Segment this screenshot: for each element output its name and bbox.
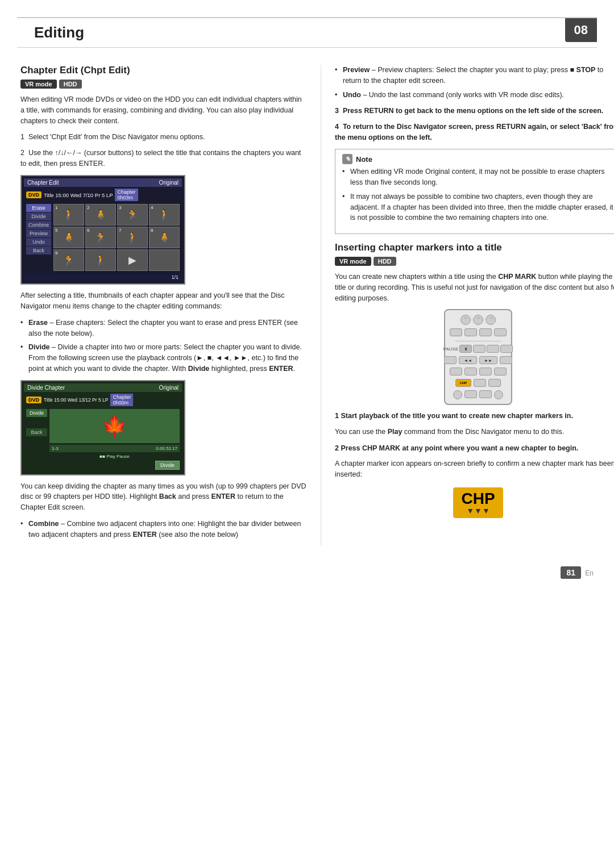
- sm-subtitle1: Original: [159, 180, 179, 186]
- sm-divide-main-area: 🍁 1-3 0.00.52.17 ■■ Play Pause Divide: [49, 409, 180, 470]
- remote-btn-curve1: ⌒: [460, 315, 471, 325]
- note-title: ✎ Note: [342, 154, 614, 164]
- sm-thumb-area: 1 🚶 2 🧍 3 🏃: [53, 204, 180, 271]
- remote-btn-s1: [444, 356, 457, 364]
- page-header: Editing 08: [17, 17, 597, 48]
- remote-btn-t4: [494, 368, 507, 375]
- menu-divide: Divide: [26, 212, 51, 220]
- bullet-undo: Undo – Undo the last command (only works…: [335, 90, 614, 101]
- section2-intro: You can create new chapters within a tit…: [335, 272, 614, 303]
- sm-thumb-row3: 9 🏃 🚶 ▶: [53, 249, 180, 271]
- section1-intro: When editing VR mode DVDs or video on th…: [20, 94, 307, 126]
- step2: 2 Use the ↑/↓/←/→ (cursor buttons) to se…: [20, 148, 307, 170]
- left-column: Chapter Edit (Chpt Edit) VR mode HDD Whe…: [20, 65, 307, 545]
- right-col-bullets-top: Preview – Preview chapters: Select the c…: [335, 65, 614, 100]
- remote-btn-u1: [474, 379, 486, 387]
- chp-sub: ▼▼▼: [466, 507, 490, 515]
- sm-thumb-8: 8 🧍: [149, 227, 180, 248]
- remote-btn-r4: [494, 328, 507, 336]
- menu-undo: Undo: [26, 238, 51, 246]
- section2-step1-sub: You can use the Play command from the Di…: [335, 427, 614, 437]
- sm-side-menu: Erase Divide Combine Preview Undo Back: [26, 204, 51, 271]
- remote-btn-p3: [500, 345, 513, 353]
- chapter-edit-screen: Chapter Edit Original DVD Title 15:00 We…: [20, 175, 185, 285]
- sm-thumb-9: 9 🏃: [53, 249, 84, 271]
- remote-btn-v1: [453, 390, 462, 399]
- sm-thumb-6: 6 🏃: [85, 227, 116, 248]
- sm-info-row: DVD Title 15:00 Wed 7/10 Pr 5 LP Chapter…: [24, 188, 182, 202]
- remote-row3: ◄◄ ►►: [444, 356, 512, 364]
- section2-vr-badge: VR mode: [335, 257, 371, 266]
- remote-row2: [450, 328, 507, 336]
- sm-dvd-badge: DVD: [26, 191, 42, 198]
- bullets-combine: Combine – Combine two adjacent chapters …: [20, 519, 307, 540]
- chp-text: CHP: [461, 491, 495, 507]
- section2-badges: VR mode HDD: [335, 257, 614, 266]
- section2-step2: 2 Press CHP MARK at any point where you …: [335, 443, 614, 454]
- sm-header1: Chapter Edit Original: [24, 178, 182, 187]
- page: Editing 08 Chapter Edit (Chpt Edit) VR m…: [0, 17, 614, 868]
- remote-top-row: ⌒ ⌒ ⌒: [460, 315, 496, 325]
- section2-title: Inserting chapter markers into a title: [335, 242, 614, 253]
- section2-hdd-badge: HDD: [374, 257, 396, 266]
- column-divider: [321, 65, 321, 545]
- sm-subtitle2: Original: [159, 385, 179, 391]
- sm-body: Erase Divide Combine Preview Undo Back 1…: [24, 202, 182, 273]
- sm-thumb-11: ▶: [117, 249, 148, 271]
- sm-divide-body: Divide Back 🍁 1-3 0.00.52.17 ■■ Play Pau…: [24, 407, 182, 472]
- remote-row5: CHP: [455, 379, 501, 387]
- sm-thumb-1: 1 🚶: [53, 204, 84, 226]
- remote-btn-p2: [487, 345, 499, 353]
- page-lang: 81 En: [20, 568, 594, 577]
- bullets-after-screen1: Erase – Erase chapters: Select the chapt…: [20, 318, 307, 374]
- remote-divider1: [455, 341, 501, 341]
- sm-divide-menu: Divide Back: [26, 409, 47, 470]
- note-bullet-1: When editing VR mode Original content, i…: [342, 166, 614, 188]
- sm-thumb-row1: 1 🚶 2 🧍 3 🏃: [53, 204, 180, 226]
- hdd-badge: HDD: [59, 80, 82, 89]
- sm-dvd-badge2: DVD: [26, 397, 42, 403]
- remote-pause-row: PAUSE ⏸: [443, 345, 513, 353]
- sm-thumb-2: 2 🧍: [85, 204, 116, 226]
- remote-btn-curve3: ⌒: [486, 315, 496, 325]
- page-footer: 81 En: [0, 568, 614, 600]
- sm-divide-btn: Divide: [155, 461, 180, 470]
- right-column: Preview – Preview chapters: Select the c…: [335, 65, 614, 545]
- remote-btn-fwd: ►►: [479, 356, 497, 364]
- page-num-display: 81: [561, 566, 581, 579]
- menu-combine: Combine: [26, 221, 51, 229]
- sm-thumb-7: 7 🚶: [117, 227, 148, 248]
- remote-btn-curve2: ⌒: [473, 315, 483, 325]
- sm-page-info: 1/1: [171, 274, 179, 280]
- step2-text: Use the ↑/↓/←/→ (cursor buttons) to sele…: [20, 149, 301, 168]
- bullet-combine: Combine – Combine two adjacent chapters …: [20, 519, 307, 540]
- sm-divide-btn-row: Divide: [49, 461, 180, 470]
- sm-header2: Divide Chapter Original: [24, 383, 182, 392]
- menu-erase: Erase: [26, 204, 51, 212]
- sm-info-bar: Title 15:00 Wed 7/10 Pr 5 LP: [44, 192, 113, 198]
- sm-thumb-4: 4 🚶: [149, 204, 180, 226]
- sm-thumb-12: [149, 249, 180, 271]
- step1-text: Select 'Chpt Edit' from the Disc Navigat…: [28, 133, 205, 141]
- sm-thumb-3: 3 🏃: [117, 204, 148, 226]
- after-screen2-text: You can keep dividing the chapter as man…: [20, 481, 307, 513]
- divide-menu-back: Back: [26, 428, 47, 436]
- remote-btn-chp: CHP: [455, 379, 471, 387]
- divide-menu-divide: Divide: [26, 409, 47, 417]
- bullet-divide: Divide – Divide a chapter into two or mo…: [20, 342, 307, 374]
- remote-btn-v4: [494, 390, 503, 399]
- sm-title1: Chapter Edit: [27, 180, 59, 186]
- chp-badge: CHP ▼▼▼: [453, 487, 503, 518]
- bullet-erase: Erase – Erase chapters: Select the chapt…: [20, 318, 307, 339]
- menu-back: Back: [26, 247, 51, 254]
- page-lang-label: En: [585, 569, 594, 577]
- sm-divide-playpause: ■■ Play Pause: [49, 454, 180, 459]
- page-title: Editing: [34, 24, 84, 41]
- step4: 4 To return to the Disc Navigator screen…: [335, 122, 614, 144]
- step3: 3 Press RETURN to get back to the menu o…: [335, 106, 614, 116]
- remote-btn-p1: [473, 345, 486, 353]
- remote-mockup: ⌒ ⌒ ⌒ PAUSE ⏸: [444, 309, 512, 405]
- sm-thumb-10: 🚶: [85, 249, 116, 271]
- remote-btn-u2: [488, 379, 501, 387]
- section1-title: Chapter Edit (Chpt Edit): [20, 65, 307, 76]
